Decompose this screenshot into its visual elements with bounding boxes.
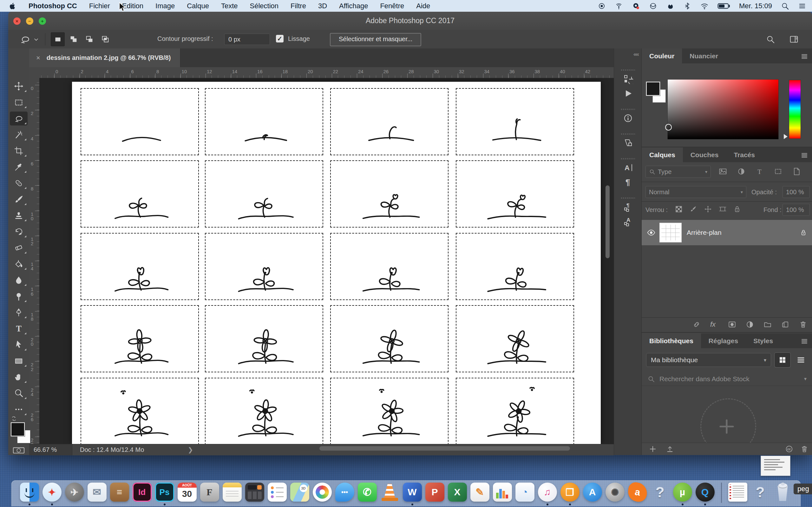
menu-item-image[interactable]: Image [155, 2, 175, 10]
animation-frame-r2c4-seedling-bud-forming[interactable] [456, 160, 574, 228]
dock-contacts[interactable]: ≡ [110, 483, 130, 506]
dock-avast-icon[interactable]: a [627, 481, 648, 503]
move-tool[interactable] [10, 79, 28, 93]
fill-field[interactable]: 100 % [782, 204, 810, 216]
dock-photoshop[interactable]: Ps [155, 483, 174, 506]
hotspot-icon[interactable] [615, 2, 623, 10]
select-and-mask-button[interactable]: Sélectionner et masquer... [330, 33, 421, 46]
dock-keynote[interactable]: ◔ [515, 483, 535, 506]
expand-panels-icon[interactable]: «« [633, 51, 639, 58]
search-icon[interactable] [766, 35, 775, 44]
dock-indesign[interactable]: Id [132, 483, 152, 506]
dock-avast[interactable]: a [628, 483, 647, 506]
swap-colors-icon[interactable] [11, 415, 17, 422]
dock-ibooks[interactable]: ❒ [560, 483, 580, 506]
canvas[interactable] [72, 82, 601, 444]
layers-tab-calques[interactable]: Calques [642, 147, 683, 162]
dock-unknown-app-2-icon[interactable]: ? [751, 483, 770, 502]
menu-item-affichage[interactable]: Affichage [339, 2, 368, 10]
animation-frame-r5c4-flower-bloom-with-bee[interactable] [456, 378, 574, 444]
shape-filter-icon[interactable] [774, 167, 782, 176]
panel-group-grip[interactable] [621, 198, 635, 199]
panel-group-grip[interactable] [621, 133, 635, 135]
animation-frame-r1c2-seed-bump[interactable] [205, 88, 323, 155]
lock-all-icon[interactable] [733, 205, 741, 213]
dock-unknown-app-2[interactable]: ? [751, 483, 770, 506]
lock-paint-icon[interactable] [689, 205, 698, 213]
properties-icon[interactable] [623, 138, 633, 148]
feather-input[interactable]: 0 px [224, 34, 270, 45]
libraries-menu-icon[interactable] [800, 337, 809, 345]
info-icon[interactable] [623, 113, 633, 123]
avast-icon[interactable] [666, 2, 674, 10]
layer-visibility-eye-icon[interactable] [647, 228, 656, 237]
dock-word[interactable]: W [403, 483, 422, 506]
animation-frame-r3c4-young-plant-bud[interactable] [456, 233, 574, 300]
animation-frame-r3c3-young-plant-bud[interactable] [330, 233, 449, 300]
window-titlebar[interactable]: × − + Adobe Photoshop CC 2017 [8, 12, 812, 31]
hand-tool[interactable] [10, 370, 28, 384]
dock-contacts-icon[interactable]: ≡ [110, 483, 129, 502]
trash-icon[interactable] [800, 445, 809, 453]
layer-name[interactable]: Arrière-plan [687, 229, 722, 236]
vertical-ruler[interactable]: 0246810121416182022242628 [29, 78, 40, 444]
apple-icon[interactable] [8, 2, 16, 10]
dock-photos[interactable] [312, 483, 332, 506]
menu-item-filtre[interactable]: Filtre [291, 2, 306, 10]
bucket-tool[interactable] [10, 257, 28, 271]
dock-maps[interactable]: 3D [290, 483, 310, 506]
ruler-corner[interactable] [29, 67, 40, 78]
animation-frame-r2c2-seedling-two-leaves[interactable] [205, 160, 323, 228]
brush-tool[interactable] [10, 192, 28, 206]
type-tool[interactable]: T [10, 322, 28, 336]
animation-frame-r5c2-flower-bloom-with-bee[interactable] [205, 378, 323, 444]
mask-icon[interactable] [728, 320, 736, 329]
dock-numbers-icon[interactable] [493, 483, 512, 502]
library-select[interactable]: Ma bibliothèque▾ [646, 353, 771, 367]
dock-reminders-icon[interactable] [268, 483, 287, 502]
blur-tool[interactable] [10, 273, 28, 287]
dock-finder[interactable] [20, 483, 39, 506]
dock-word-icon[interactable]: W [403, 483, 422, 502]
desktop-file-icon[interactable] [761, 456, 791, 476]
app-menu-title[interactable]: Photoshop CC [29, 2, 77, 10]
dock-maps-icon[interactable]: 3D [290, 483, 309, 502]
dock-mail[interactable]: ✉ [87, 483, 107, 506]
document-tab[interactable]: × dessins animation 2.jpg @ 66.7% (RVB/8… [29, 49, 181, 67]
layer-filter-select[interactable]: Type▾ [646, 166, 711, 178]
mode-new-button[interactable] [51, 32, 65, 46]
animation-frame-r1c1-ground-line[interactable] [81, 88, 199, 155]
dock-notes[interactable] [222, 483, 242, 506]
dock-messages-icon[interactable]: ••• [335, 483, 354, 502]
dock-vlc-icon[interactable] [380, 483, 399, 502]
dock-ibooks-icon[interactable]: ❒ [560, 483, 579, 502]
dock-fontbook[interactable]: F [200, 483, 219, 506]
dock-mail-icon[interactable]: ✉ [88, 483, 107, 502]
dock-itunes-icon[interactable]: ♫ [538, 483, 557, 502]
dock-reminders[interactable] [267, 483, 287, 506]
canvas-viewport[interactable] [39, 78, 614, 444]
dock-appstore-icon[interactable]: A [583, 483, 602, 502]
eraser-tool[interactable] [10, 241, 28, 255]
dock-safari[interactable]: ✦ [42, 483, 62, 506]
shape-tool[interactable] [10, 354, 28, 368]
libraries-tab-styles[interactable]: Styles [746, 333, 780, 348]
list-view-button[interactable] [793, 352, 809, 368]
dock-utorrent[interactable]: µ [673, 483, 693, 506]
dock-calendar-icon[interactable]: AOÛT30 [177, 483, 197, 502]
dock-pages-icon[interactable]: ✎ [470, 483, 490, 502]
menu-item-3d[interactable]: 3D [318, 2, 327, 10]
dodge-tool[interactable] [10, 289, 28, 303]
status-chevron-icon[interactable]: ❯ [188, 444, 193, 455]
workspace-icon[interactable] [789, 35, 799, 44]
adobe-stock-search[interactable]: Rechercher dans Adobe Stock ▾ [642, 372, 812, 386]
lock-artboard-icon[interactable] [718, 205, 727, 213]
folder-icon[interactable] [763, 320, 772, 329]
menu-item-fenêtre[interactable]: Fenêtre [380, 2, 404, 10]
smooth-label[interactable]: Lissage [288, 35, 310, 43]
character-icon[interactable]: A [623, 163, 633, 173]
animation-frame-r4c4-flower-opening[interactable] [456, 305, 574, 372]
hue-strip[interactable] [789, 80, 801, 139]
history-brush-tool[interactable] [10, 225, 28, 239]
adjustment-icon[interactable] [746, 320, 754, 329]
